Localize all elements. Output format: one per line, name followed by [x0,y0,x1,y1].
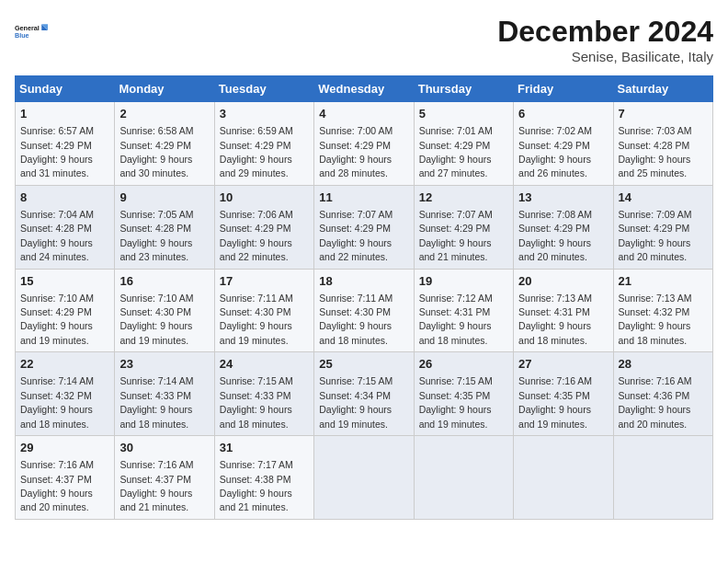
day-number-2: 2 [119,106,209,122]
day-cell-29: 29Sunrise: 7:16 AM Sunset: 4:37 PM Dayli… [16,436,115,520]
day-number-5: 5 [419,106,508,122]
day-info-17: Sunrise: 7:11 AM Sunset: 4:30 PM Dayligh… [220,293,293,346]
day-cell-3: 3Sunrise: 6:59 AM Sunset: 4:29 PM Daylig… [214,102,313,186]
empty-cell [514,436,613,520]
day-number-21: 21 [619,273,708,290]
day-info-25: Sunrise: 7:15 AM Sunset: 4:34 PM Dayligh… [319,375,392,429]
day-info-19: Sunrise: 7:12 AM Sunset: 4:31 PM Dayligh… [419,293,493,346]
calendar-header-row: SundayMondayTuesdayWednesdayThursdayFrid… [16,76,713,102]
header-monday: Monday [115,76,214,102]
day-number-27: 27 [518,356,608,373]
day-number-15: 15 [20,273,109,290]
day-number-4: 4 [319,106,408,122]
day-number-11: 11 [319,190,408,206]
day-number-14: 14 [619,190,708,206]
day-info-11: Sunrise: 7:07 AM Sunset: 4:29 PM Dayligh… [319,209,392,262]
day-info-23: Sunrise: 7:14 AM Sunset: 4:33 PM Dayligh… [119,375,193,429]
day-info-28: Sunrise: 7:16 AM Sunset: 4:36 PM Dayligh… [619,375,692,429]
day-cell-31: 31Sunrise: 7:17 AM Sunset: 4:38 PM Dayli… [214,436,313,520]
day-info-1: Sunrise: 6:57 AM Sunset: 4:29 PM Dayligh… [20,125,94,178]
day-cell-6: 6Sunrise: 7:02 AM Sunset: 4:29 PM Daylig… [514,102,613,186]
day-number-3: 3 [220,106,309,122]
day-cell-17: 17Sunrise: 7:11 AM Sunset: 4:30 PM Dayli… [214,269,313,352]
day-cell-9: 9Sunrise: 7:05 AM Sunset: 4:28 PM Daylig… [115,185,214,269]
day-cell-1: 1Sunrise: 6:57 AM Sunset: 4:29 PM Daylig… [16,102,115,186]
logo: GeneralBlue [15,15,48,48]
day-number-10: 10 [220,190,309,206]
day-info-8: Sunrise: 7:04 AM Sunset: 4:28 PM Dayligh… [20,209,94,262]
day-cell-27: 27Sunrise: 7:16 AM Sunset: 4:35 PM Dayli… [514,352,613,436]
empty-cell [613,436,712,520]
location-subtitle: Senise, Basilicate, Italy [497,49,713,64]
week-row-3: 15Sunrise: 7:10 AM Sunset: 4:29 PM Dayli… [16,269,713,352]
page-header: GeneralBlue December 2024 Senise, Basili… [15,15,713,64]
day-info-10: Sunrise: 7:06 AM Sunset: 4:29 PM Dayligh… [220,209,293,262]
day-cell-11: 11Sunrise: 7:07 AM Sunset: 4:29 PM Dayli… [314,185,414,269]
header-thursday: Thursday [414,76,513,102]
day-cell-16: 16Sunrise: 7:10 AM Sunset: 4:30 PM Dayli… [115,269,214,352]
day-number-20: 20 [518,273,608,290]
header-wednesday: Wednesday [314,76,414,102]
day-info-15: Sunrise: 7:10 AM Sunset: 4:29 PM Dayligh… [20,293,94,346]
day-info-14: Sunrise: 7:09 AM Sunset: 4:29 PM Dayligh… [619,209,692,262]
week-row-4: 22Sunrise: 7:14 AM Sunset: 4:32 PM Dayli… [16,352,713,436]
day-number-23: 23 [119,356,209,373]
week-row-5: 29Sunrise: 7:16 AM Sunset: 4:37 PM Dayli… [16,436,713,520]
day-number-8: 8 [20,190,109,206]
day-number-24: 24 [220,356,309,373]
day-cell-20: 20Sunrise: 7:13 AM Sunset: 4:31 PM Dayli… [514,269,613,352]
day-cell-2: 2Sunrise: 6:58 AM Sunset: 4:29 PM Daylig… [115,102,214,186]
day-cell-14: 14Sunrise: 7:09 AM Sunset: 4:29 PM Dayli… [613,185,712,269]
month-title: December 2024 [497,15,713,49]
day-cell-30: 30Sunrise: 7:16 AM Sunset: 4:37 PM Dayli… [115,436,214,520]
day-info-16: Sunrise: 7:10 AM Sunset: 4:30 PM Dayligh… [119,293,193,346]
calendar-table: SundayMondayTuesdayWednesdayThursdayFrid… [15,75,713,520]
day-info-6: Sunrise: 7:02 AM Sunset: 4:29 PM Dayligh… [518,125,592,178]
day-number-31: 31 [220,440,309,456]
day-info-2: Sunrise: 6:58 AM Sunset: 4:29 PM Dayligh… [119,125,193,178]
day-info-31: Sunrise: 7:17 AM Sunset: 4:38 PM Dayligh… [220,459,293,512]
day-cell-28: 28Sunrise: 7:16 AM Sunset: 4:36 PM Dayli… [613,352,712,436]
day-info-20: Sunrise: 7:13 AM Sunset: 4:31 PM Dayligh… [518,293,592,346]
day-number-9: 9 [119,190,209,206]
header-tuesday: Tuesday [214,76,313,102]
title-block: December 2024 Senise, Basilicate, Italy [497,15,713,64]
day-cell-10: 10Sunrise: 7:06 AM Sunset: 4:29 PM Dayli… [214,185,313,269]
day-cell-21: 21Sunrise: 7:13 AM Sunset: 4:32 PM Dayli… [613,269,712,352]
day-info-18: Sunrise: 7:11 AM Sunset: 4:30 PM Dayligh… [319,293,392,346]
day-number-22: 22 [20,356,109,373]
empty-cell [314,436,414,520]
day-cell-19: 19Sunrise: 7:12 AM Sunset: 4:31 PM Dayli… [414,269,513,352]
day-cell-7: 7Sunrise: 7:03 AM Sunset: 4:28 PM Daylig… [613,102,712,186]
day-info-22: Sunrise: 7:14 AM Sunset: 4:32 PM Dayligh… [20,375,94,429]
day-info-9: Sunrise: 7:05 AM Sunset: 4:28 PM Dayligh… [119,209,193,262]
header-sunday: Sunday [16,76,115,102]
day-number-7: 7 [619,106,708,122]
day-cell-26: 26Sunrise: 7:15 AM Sunset: 4:35 PM Dayli… [414,352,513,436]
day-cell-18: 18Sunrise: 7:11 AM Sunset: 4:30 PM Dayli… [314,269,414,352]
day-number-29: 29 [20,440,109,456]
day-cell-23: 23Sunrise: 7:14 AM Sunset: 4:33 PM Dayli… [115,352,214,436]
day-info-29: Sunrise: 7:16 AM Sunset: 4:37 PM Dayligh… [20,459,94,512]
day-cell-22: 22Sunrise: 7:14 AM Sunset: 4:32 PM Dayli… [16,352,115,436]
day-number-16: 16 [119,273,209,290]
week-row-1: 1Sunrise: 6:57 AM Sunset: 4:29 PM Daylig… [16,102,713,186]
week-row-2: 8Sunrise: 7:04 AM Sunset: 4:28 PM Daylig… [16,185,713,269]
day-number-25: 25 [319,356,408,373]
day-number-6: 6 [518,106,608,122]
day-cell-13: 13Sunrise: 7:08 AM Sunset: 4:29 PM Dayli… [514,185,613,269]
day-info-3: Sunrise: 6:59 AM Sunset: 4:29 PM Dayligh… [220,125,293,178]
day-info-30: Sunrise: 7:16 AM Sunset: 4:37 PM Dayligh… [119,459,193,512]
day-cell-4: 4Sunrise: 7:00 AM Sunset: 4:29 PM Daylig… [314,102,414,186]
day-info-27: Sunrise: 7:16 AM Sunset: 4:35 PM Dayligh… [518,375,592,429]
svg-text:Blue: Blue [15,31,29,40]
day-cell-12: 12Sunrise: 7:07 AM Sunset: 4:29 PM Dayli… [414,185,513,269]
day-info-12: Sunrise: 7:07 AM Sunset: 4:29 PM Dayligh… [419,209,493,262]
day-info-21: Sunrise: 7:13 AM Sunset: 4:32 PM Dayligh… [619,293,692,346]
svg-text:General: General [15,24,40,32]
day-number-17: 17 [220,273,309,290]
header-friday: Friday [514,76,613,102]
day-info-13: Sunrise: 7:08 AM Sunset: 4:29 PM Dayligh… [518,209,592,262]
day-info-7: Sunrise: 7:03 AM Sunset: 4:28 PM Dayligh… [619,125,692,178]
day-info-4: Sunrise: 7:00 AM Sunset: 4:29 PM Dayligh… [319,125,392,178]
